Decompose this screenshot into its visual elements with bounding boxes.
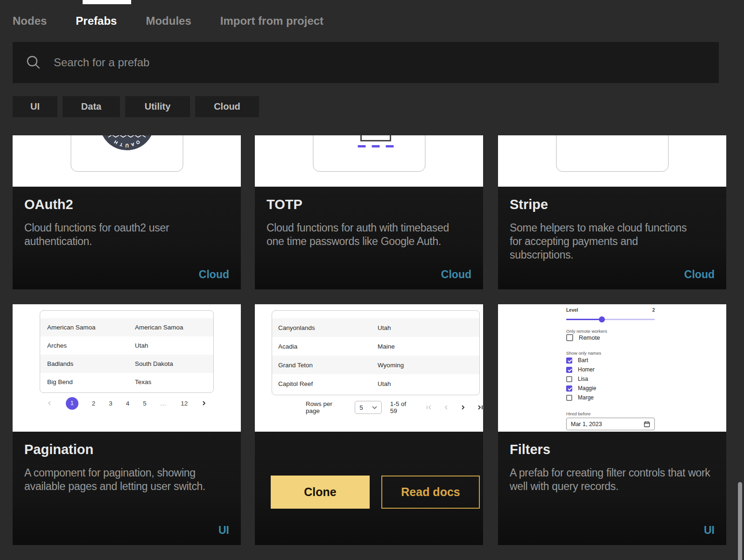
search-input[interactable] [54,56,706,69]
read-docs-button[interactable]: Read docs [381,476,480,509]
tab-import-from-project[interactable]: Import from project [220,14,323,28]
remote-group-label: Only remote workers [566,329,607,334]
chevron-down-icon [372,406,377,409]
chevron-left-icon [47,400,52,406]
card-title: Pagination [24,442,93,457]
slider-thumb-icon [599,316,605,322]
page-number: 12 [181,400,188,407]
totp-display-icon [360,135,391,141]
checkbox-icon [566,357,572,364]
card-filters[interactable]: Level 2 Only remote workers Remote Show … [498,304,726,545]
search-icon [26,55,42,70]
checkbox-icon [566,334,573,341]
card-title: Stripe [510,197,548,212]
first-page-icon [426,405,432,410]
card-totp-preview [255,135,483,187]
table-row: Grand Teton Wyoming [272,356,479,374]
totp-code-dashes-icon [358,145,393,147]
card-totp-info: TOTP Cloud functions for auth with timeb… [255,187,483,289]
card-oauth2[interactable]: H T U A O OAuth2 Cloud functions for oau… [13,135,241,289]
next-page-icon [460,405,466,410]
card-tag: Cloud [684,268,715,281]
chip-utility[interactable]: Utility [125,96,190,117]
tab-bar: Nodes Prefabs Modules Import from projec… [13,0,323,42]
card-query-table[interactable]: Canyonlands Utah Acadia Maine Grand Teto… [255,304,483,545]
table-row: Big Bend Texas [40,373,213,391]
svg-text:U: U [125,143,128,148]
table-row: American Samoa American Samoa [40,318,213,336]
card-tag: UI [704,524,715,537]
checkbox-icon [566,385,572,392]
card-query-table-hover-actions: Clone Read docs [255,432,483,545]
card-pagination-preview: American Samoa American Samoa Arches Uta… [13,304,241,432]
card-tag: Cloud [199,268,229,281]
checkbox-homer: Homer [566,366,595,373]
hired-before-date-input: Mar 1, 2023 [566,418,655,430]
table-row: Canyonlands Utah [272,318,479,337]
card-stripe-info: Stripe Some helpers to make cloud functi… [498,187,726,289]
search-bar[interactable] [13,42,719,83]
page-number-active: 1 [66,397,78,410]
checkbox-remote: Remote [566,334,600,341]
card-title: OAuth2 [24,197,73,212]
checkbox-bart: Bart [566,357,588,364]
chip-cloud[interactable]: Cloud [195,96,259,117]
card-filters-preview: Level 2 Only remote workers Remote Show … [498,304,726,432]
page-number: 3 [109,400,112,407]
page-number: 4 [126,400,130,407]
range-label: 1-5 of 59 [390,400,414,414]
chevron-right-icon [201,400,207,406]
preview-table: American Samoa American Samoa Arches Uta… [40,310,214,393]
card-oauth2-info: OAuth2 Cloud functions for oauth2 user a… [13,187,241,289]
preview-frame [556,135,668,172]
table-row: Arches Utah [40,336,213,355]
pagination-controls: 1 2 3 4 5 … 12 [13,396,241,410]
checkbox-lisa: Lisa [566,376,588,382]
card-description: Cloud functions for oauth2 user authenti… [24,221,230,248]
card-title: TOTP [267,197,302,212]
card-description: Some helpers to make cloud functions for… [510,221,696,262]
page-number: 5 [143,400,147,407]
rows-per-page-controls: Rows per page 5 1-5 of 59 [306,400,483,414]
tab-modules[interactable]: Modules [146,14,191,28]
level-label: Level [566,308,578,313]
tab-prefabs[interactable]: Prefabs [76,14,117,28]
rows-per-page-label: Rows per page [306,400,346,414]
card-stripe-preview [498,135,726,187]
last-page-icon [477,405,483,410]
hired-before-label: Hired before [566,411,590,416]
tab-nodes[interactable]: Nodes [13,14,47,28]
card-oauth2-preview: H T U A O [13,135,241,187]
oauth-badge-icon: H T U A O [98,135,156,151]
chip-ui[interactable]: UI [13,96,57,117]
clone-button[interactable]: Clone [271,476,370,509]
checkbox-maggie: Maggie [566,385,596,392]
card-pagination[interactable]: American Samoa American Samoa Arches Uta… [13,304,241,545]
calendar-icon [644,421,650,427]
chip-data[interactable]: Data [63,96,120,117]
card-stripe[interactable]: Stripe Some helpers to make cloud functi… [498,135,726,289]
checkbox-marge: Marge [566,394,594,401]
vertical-scrollbar-thumb[interactable] [738,482,742,560]
table-row: Acadia Maine [272,337,479,356]
card-totp[interactable]: TOTP Cloud functions for auth with timeb… [255,135,483,289]
checkbox-icon [566,376,572,382]
card-filters-info: Filters A prefab for creating filter con… [498,432,726,545]
pages-ellipsis: … [160,400,168,407]
card-tag: UI [218,524,229,537]
filter-chip-row: UI Data Utility Cloud [13,96,259,117]
card-title: Filters [510,442,550,457]
card-description: Cloud functions for auth with timebased … [267,221,451,248]
previous-page-icon [443,405,449,410]
table-nav-icons [426,405,483,410]
card-query-table-preview: Canyonlands Utah Acadia Maine Grand Teto… [255,304,483,432]
card-description: A component for pagination, showing avai… [24,466,234,493]
rows-per-page-select: 5 [355,401,381,414]
checkbox-icon [566,395,572,401]
preview-table: Canyonlands Utah Acadia Maine Grand Teto… [272,310,480,395]
names-group-label: Show only names [566,350,601,356]
card-description: A prefab for creating filter controls th… [510,466,725,493]
checkbox-icon [566,367,572,373]
card-pagination-info: Pagination A component for pagination, s… [13,432,241,545]
table-row: Capitol Reef Utah [272,374,479,393]
